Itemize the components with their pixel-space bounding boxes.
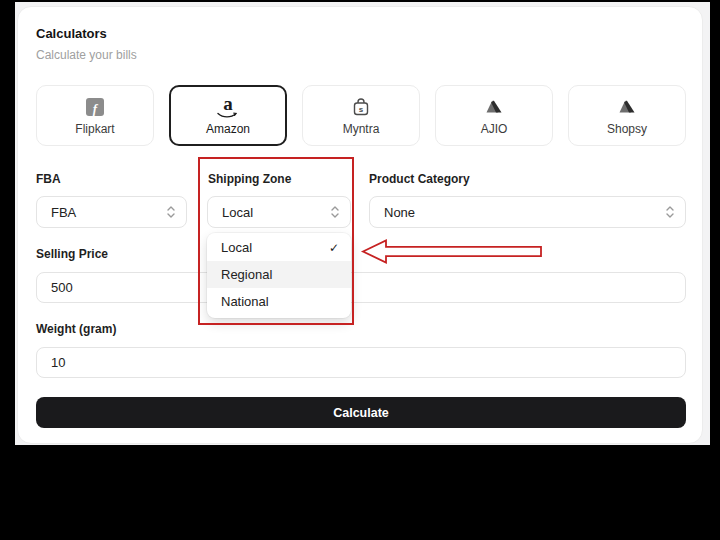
myntra-bag-icon: s (351, 95, 371, 119)
calculator-card: Calculators Calculate your bills f Flipk… (17, 6, 703, 444)
chevron-up-down-icon (330, 204, 340, 220)
marketplace-tabs: f Flipkart a Amazon s Myntr (36, 85, 686, 146)
selling-price-input[interactable] (36, 272, 686, 303)
tab-amazon[interactable]: a Amazon (169, 85, 287, 146)
weight-label: Weight (gram) (36, 322, 116, 336)
dropdown-option-national[interactable]: National (207, 288, 351, 315)
page-title: Calculators (36, 26, 107, 41)
calculate-button[interactable]: Calculate (36, 397, 686, 428)
chevron-up-down-icon (665, 204, 675, 220)
tab-label: Shopsy (607, 122, 647, 136)
tab-label: Myntra (343, 122, 380, 136)
product-category-select[interactable]: None (369, 196, 686, 228)
dropdown-option-local[interactable]: Local ✓ (207, 234, 351, 261)
shipping-zone-label: Shipping Zone (208, 172, 291, 186)
shipping-zone-dropdown: Local ✓ Regional National (207, 233, 351, 318)
product-category-label: Product Category (369, 172, 470, 186)
tab-label: Amazon (206, 122, 250, 136)
selling-price-label: Selling Price (36, 247, 108, 261)
tab-shopsy[interactable]: Shopsy (568, 85, 686, 146)
shipping-zone-select[interactable]: Local (207, 196, 351, 228)
tab-ajio[interactable]: AJIO (435, 85, 553, 146)
tab-label: AJIO (481, 122, 508, 136)
tab-label: Flipkart (75, 122, 114, 136)
svg-text:s: s (359, 104, 364, 113)
page-subtitle: Calculate your bills (36, 48, 137, 62)
shopsy-triangle-icon (617, 95, 637, 119)
chevron-up-down-icon (166, 204, 176, 220)
flipkart-icon: f (86, 95, 104, 119)
product-category-select-value: None (384, 205, 415, 220)
weight-input[interactable] (36, 347, 686, 378)
fba-label: FBA (36, 172, 61, 186)
fba-select-value: FBA (51, 205, 76, 220)
fba-select[interactable]: FBA (36, 196, 187, 228)
ajio-triangle-icon (484, 95, 504, 119)
shipping-zone-select-value: Local (222, 205, 253, 220)
tab-flipkart[interactable]: f Flipkart (36, 85, 154, 146)
tab-myntra[interactable]: s Myntra (302, 85, 420, 146)
dropdown-option-regional[interactable]: Regional (207, 261, 351, 288)
checkmark-icon: ✓ (329, 241, 339, 255)
amazon-icon: a (217, 95, 239, 119)
